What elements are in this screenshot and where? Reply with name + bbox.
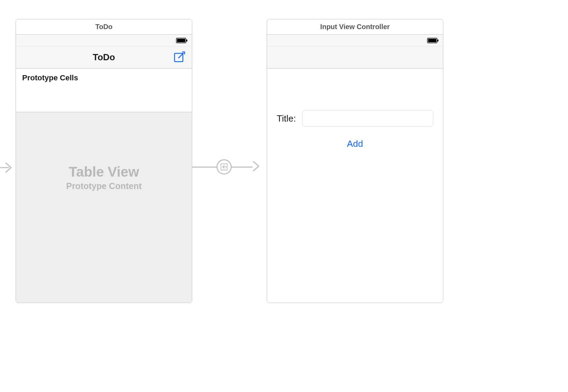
- title-row: Title:: [277, 110, 433, 127]
- table-view-placeholder-subtitle: Prototype Content: [66, 181, 142, 191]
- svg-rect-10: [437, 39, 438, 42]
- arrow-right-icon: [252, 159, 261, 175]
- svg-rect-9: [428, 39, 436, 42]
- segue-line: [232, 167, 252, 168]
- prototype-cells-label: Prototype Cells: [16, 69, 192, 84]
- navbar-title: ToDo: [16, 52, 192, 63]
- segue-type-icon[interactable]: [216, 159, 232, 175]
- status-bar: [267, 35, 443, 46]
- title-field[interactable]: [302, 110, 433, 127]
- navigation-bar[interactable]: ToDo: [16, 46, 192, 69]
- segue-line: [192, 167, 216, 168]
- status-bar: [16, 35, 192, 46]
- navigation-bar[interactable]: [267, 46, 443, 69]
- input-view-body: Title: Add: [267, 69, 443, 303]
- prototype-cell-area[interactable]: [16, 84, 192, 112]
- svg-rect-2: [177, 39, 185, 42]
- add-button[interactable]: Add: [347, 139, 363, 149]
- battery-icon: [176, 38, 188, 43]
- scene-title: ToDo: [95, 23, 113, 31]
- table-view[interactable]: Table View Prototype Content: [16, 112, 192, 303]
- segue-arrow[interactable]: [192, 159, 261, 175]
- battery-icon: [427, 38, 439, 43]
- scene-title-bar[interactable]: ToDo: [16, 19, 192, 35]
- scene-todo[interactable]: ToDo ToDo Prototype Ce: [16, 19, 192, 303]
- compose-button[interactable]: [173, 51, 186, 64]
- title-label: Title:: [277, 113, 296, 124]
- scene-title: Input View Controller: [320, 23, 390, 31]
- compose-icon: [173, 51, 186, 64]
- svg-rect-3: [186, 39, 187, 42]
- scene-title-bar[interactable]: Input View Controller: [267, 19, 443, 35]
- table-view-placeholder-title: Table View: [69, 164, 139, 180]
- initial-scene-arrow-icon: [0, 160, 15, 177]
- scene-input-view-controller[interactable]: Input View Controller Title: Add: [267, 19, 443, 303]
